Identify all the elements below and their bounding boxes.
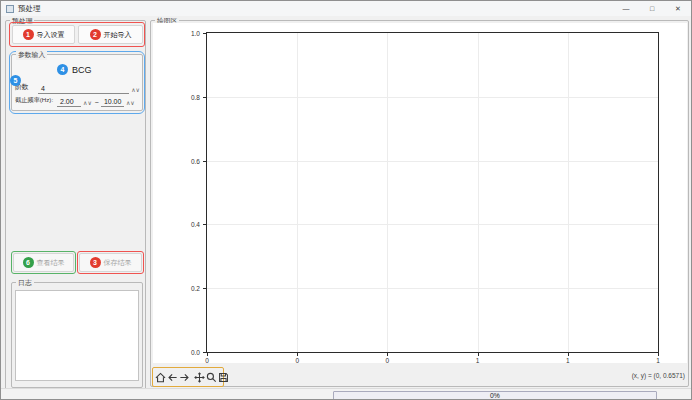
x-tick-label: 1 <box>656 357 660 364</box>
coords-readout: (x, y) = (0, 0.6571) <box>632 372 685 379</box>
som-badge-5: 5 <box>10 75 21 86</box>
params-group-label: 参数输入 <box>16 50 47 60</box>
log-group-label: 日志 <box>16 278 34 288</box>
plot-axes: 0001111.00.80.60.40.20.0 <box>206 32 659 353</box>
x-tick-label: 0 <box>386 357 390 364</box>
save-results-button[interactable]: 3 保存结果 <box>79 253 142 272</box>
plot-toolbar <box>153 369 223 386</box>
order-spinbox[interactable]: 4 <box>38 85 129 94</box>
toolbar-home-button[interactable] <box>155 371 166 384</box>
som-badge-4: 4 <box>57 64 68 75</box>
back-arrow-icon <box>167 372 178 383</box>
x-tick-label: 1 <box>476 357 480 364</box>
toolbar-zoom-button[interactable] <box>206 371 217 384</box>
y-tick-label: 0.8 <box>191 93 200 100</box>
magnifier-icon <box>206 372 217 383</box>
minimize-button[interactable]: — <box>613 1 639 16</box>
close-button[interactable]: ✕ <box>665 1 691 16</box>
som-badge-6: 6 <box>23 257 34 268</box>
window-title: 预处理 <box>18 4 41 14</box>
view-results-label: 查看结果 <box>37 258 65 268</box>
toolbar-save-button[interactable] <box>218 371 229 384</box>
cutoff-high-spin-arrows-icon[interactable]: ∧∨ <box>124 99 136 107</box>
import-settings-button[interactable]: 1 导入设置 <box>12 25 75 44</box>
pan-icon <box>194 372 205 383</box>
order-spin-arrows-icon[interactable]: ∧∨ <box>129 86 141 94</box>
save-floppy-icon <box>218 372 229 383</box>
view-results-button[interactable]: 6 查看结果 <box>13 253 74 272</box>
cutoff-high-spinbox[interactable]: 10.00 <box>101 98 124 107</box>
save-results-label: 保存结果 <box>104 258 132 268</box>
forward-arrow-icon <box>179 372 190 383</box>
signal-type-label[interactable]: BCG <box>72 65 92 75</box>
status-bar: 0% <box>1 388 691 400</box>
y-tick-label: 0.6 <box>191 157 200 164</box>
cutoff-low-spin-arrows-icon[interactable]: ∧∨ <box>81 99 93 107</box>
maximize-button[interactable]: □ <box>639 1 665 16</box>
x-tick-label: 0 <box>205 357 209 364</box>
som-badge-3: 3 <box>90 257 101 268</box>
app-icon <box>6 5 14 13</box>
app-window: 预处理 — □ ✕ 预处理 1 导入设置 2 开始导入 参数输入 4 BCG 5… <box>0 0 692 400</box>
cutoff-low-spinbox[interactable]: 2.00 <box>57 98 81 107</box>
plot-canvas[interactable]: 0001111.00.80.60.40.20.0 <box>153 23 687 363</box>
y-tick-label: 0.0 <box>191 349 200 356</box>
toolbar-forward-button[interactable] <box>179 371 190 384</box>
toolbar-back-button[interactable] <box>167 371 178 384</box>
som-badge-1: 1 <box>23 29 34 40</box>
cutoff-label: 截止频率(Hz): <box>15 96 57 107</box>
x-tick-label: 1 <box>566 357 570 364</box>
y-tick-label: 0.2 <box>191 285 200 292</box>
progress-text: 0% <box>490 392 500 399</box>
home-icon <box>155 372 166 383</box>
cutoff-range-separator: ~ <box>93 99 101 107</box>
params-groupbox: 参数输入 4 BCG 5 阶数 4 ∧∨ 截止频率(Hz): 2.00 ∧∨ ~… <box>11 54 143 111</box>
progress-bar: 0% <box>333 391 657 400</box>
title-bar: 预处理 — □ ✕ <box>1 1 691 16</box>
start-import-button[interactable]: 2 开始导入 <box>78 25 143 44</box>
y-tick-label: 1.0 <box>191 30 200 37</box>
x-tick-label: 0 <box>295 357 299 364</box>
log-textarea[interactable] <box>15 290 139 381</box>
y-tick-label: 0.4 <box>191 221 200 228</box>
toolbar-pan-button[interactable] <box>194 371 205 384</box>
import-settings-label: 导入设置 <box>37 30 65 40</box>
som-badge-2: 2 <box>90 29 101 40</box>
start-import-label: 开始导入 <box>104 30 132 40</box>
